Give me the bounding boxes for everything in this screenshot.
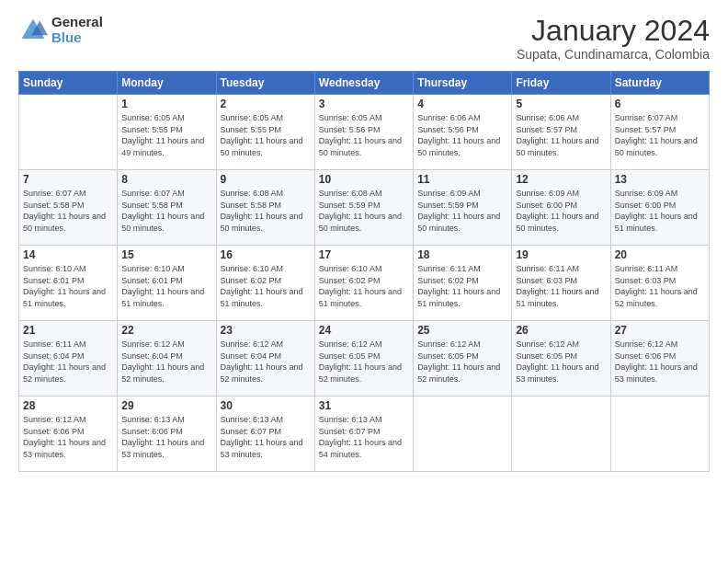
day-info: Sunrise: 6:07 AM Sunset: 5:58 PM Dayligh… (121, 188, 211, 234)
day-number: 10 (319, 173, 409, 186)
day-number: 9 (221, 173, 311, 186)
day-info: Sunrise: 6:08 AM Sunset: 5:59 PM Dayligh… (319, 188, 409, 234)
day-number: 6 (615, 98, 705, 110)
logo-blue-text: Blue (51, 30, 103, 46)
table-row: 6Sunrise: 6:07 AM Sunset: 5:57 PM Daylig… (610, 95, 709, 170)
table-row: 9Sunrise: 6:08 AM Sunset: 5:58 PM Daylig… (216, 170, 314, 246)
table-row: 5Sunrise: 6:06 AM Sunset: 5:57 PM Daylig… (512, 95, 610, 170)
table-row: 1Sunrise: 6:05 AM Sunset: 5:55 PM Daylig… (118, 95, 216, 170)
calendar-week-row: 7Sunrise: 6:07 AM Sunset: 5:58 PM Daylig… (19, 170, 710, 246)
day-number: 20 (615, 248, 705, 261)
day-info: Sunrise: 6:05 AM Sunset: 5:55 PM Dayligh… (221, 112, 311, 158)
table-row: 8Sunrise: 6:07 AM Sunset: 5:58 PM Daylig… (118, 170, 216, 246)
col-thursday: Thursday (414, 72, 512, 95)
day-info: Sunrise: 6:09 AM Sunset: 6:00 PM Dayligh… (615, 188, 705, 234)
day-number: 12 (516, 173, 606, 186)
table-row: 17Sunrise: 6:10 AM Sunset: 6:02 PM Dayli… (314, 246, 413, 321)
day-number: 13 (615, 173, 705, 186)
day-info: Sunrise: 6:11 AM Sunset: 6:02 PM Dayligh… (417, 263, 507, 309)
day-number: 23 (221, 324, 311, 337)
day-number: 1 (121, 98, 211, 110)
day-info: Sunrise: 6:10 AM Sunset: 6:02 PM Dayligh… (221, 263, 311, 309)
day-info: Sunrise: 6:13 AM Sunset: 6:07 PM Dayligh… (319, 414, 409, 460)
table-row: 25Sunrise: 6:12 AM Sunset: 6:05 PM Dayli… (414, 321, 512, 396)
logo: General Blue (18, 15, 103, 45)
day-number: 25 (417, 324, 507, 337)
day-number: 5 (516, 98, 606, 110)
day-number: 11 (417, 173, 507, 186)
day-info: Sunrise: 6:10 AM Sunset: 6:01 PM Dayligh… (23, 263, 113, 309)
col-tuesday: Tuesday (216, 72, 314, 95)
day-info: Sunrise: 6:11 AM Sunset: 6:04 PM Dayligh… (23, 339, 113, 385)
day-info: Sunrise: 6:12 AM Sunset: 6:05 PM Dayligh… (319, 339, 409, 385)
day-info: Sunrise: 6:05 AM Sunset: 5:56 PM Dayligh… (319, 112, 409, 158)
table-row: 3Sunrise: 6:05 AM Sunset: 5:56 PM Daylig… (314, 95, 413, 170)
day-info: Sunrise: 6:13 AM Sunset: 6:07 PM Dayligh… (221, 414, 311, 460)
table-row: 28Sunrise: 6:12 AM Sunset: 6:06 PM Dayli… (19, 396, 118, 472)
table-row: 11Sunrise: 6:09 AM Sunset: 5:59 PM Dayli… (414, 170, 512, 246)
logo-icon (18, 16, 48, 45)
table-row: 20Sunrise: 6:11 AM Sunset: 6:03 PM Dayli… (610, 246, 709, 321)
table-row (19, 95, 118, 170)
table-row: 24Sunrise: 6:12 AM Sunset: 6:05 PM Dayli… (314, 321, 413, 396)
day-info: Sunrise: 6:12 AM Sunset: 6:04 PM Dayligh… (121, 339, 211, 385)
table-row: 14Sunrise: 6:10 AM Sunset: 6:01 PM Dayli… (19, 246, 118, 321)
day-info: Sunrise: 6:09 AM Sunset: 6:00 PM Dayligh… (516, 188, 606, 234)
calendar-week-row: 21Sunrise: 6:11 AM Sunset: 6:04 PM Dayli… (19, 321, 710, 396)
table-row: 4Sunrise: 6:06 AM Sunset: 5:56 PM Daylig… (414, 95, 512, 170)
table-row: 23Sunrise: 6:12 AM Sunset: 6:04 PM Dayli… (216, 321, 314, 396)
day-number: 15 (121, 248, 211, 261)
calendar-week-row: 1Sunrise: 6:05 AM Sunset: 5:55 PM Daylig… (19, 95, 710, 170)
day-number: 19 (516, 248, 606, 261)
day-info: Sunrise: 6:08 AM Sunset: 5:58 PM Dayligh… (221, 188, 311, 234)
table-row: 30Sunrise: 6:13 AM Sunset: 6:07 PM Dayli… (216, 396, 314, 472)
col-friday: Friday (512, 72, 610, 95)
logo-text: General Blue (51, 15, 103, 45)
subtitle: Supata, Cundinamarca, Colombia (517, 47, 710, 62)
col-monday: Monday (118, 72, 216, 95)
day-info: Sunrise: 6:10 AM Sunset: 6:02 PM Dayligh… (319, 263, 409, 309)
table-row: 29Sunrise: 6:13 AM Sunset: 6:06 PM Dayli… (118, 396, 216, 472)
day-info: Sunrise: 6:13 AM Sunset: 6:06 PM Dayligh… (121, 414, 211, 460)
calendar-week-row: 28Sunrise: 6:12 AM Sunset: 6:06 PM Dayli… (19, 396, 710, 472)
col-saturday: Saturday (610, 72, 709, 95)
table-row: 10Sunrise: 6:08 AM Sunset: 5:59 PM Dayli… (314, 170, 413, 246)
day-info: Sunrise: 6:10 AM Sunset: 6:01 PM Dayligh… (121, 263, 211, 309)
table-row: 18Sunrise: 6:11 AM Sunset: 6:02 PM Dayli… (414, 246, 512, 321)
col-wednesday: Wednesday (314, 72, 413, 95)
table-row: 16Sunrise: 6:10 AM Sunset: 6:02 PM Dayli… (216, 246, 314, 321)
table-row: 13Sunrise: 6:09 AM Sunset: 6:00 PM Dayli… (610, 170, 709, 246)
day-number: 27 (615, 324, 705, 337)
day-number: 26 (516, 324, 606, 337)
logo-general-text: General (51, 15, 103, 30)
table-row: 19Sunrise: 6:11 AM Sunset: 6:03 PM Dayli… (512, 246, 610, 321)
day-info: Sunrise: 6:12 AM Sunset: 6:05 PM Dayligh… (417, 339, 507, 385)
table-row: 12Sunrise: 6:09 AM Sunset: 6:00 PM Dayli… (512, 170, 610, 246)
day-info: Sunrise: 6:12 AM Sunset: 6:06 PM Dayligh… (23, 414, 113, 460)
day-info: Sunrise: 6:11 AM Sunset: 6:03 PM Dayligh… (615, 263, 705, 309)
title-block: January 2024 Supata, Cundinamarca, Colom… (517, 15, 710, 62)
header-row: Sunday Monday Tuesday Wednesday Thursday… (19, 72, 710, 95)
day-info: Sunrise: 6:05 AM Sunset: 5:55 PM Dayligh… (121, 112, 211, 158)
day-number: 4 (417, 98, 507, 110)
table-row: 15Sunrise: 6:10 AM Sunset: 6:01 PM Dayli… (118, 246, 216, 321)
day-info: Sunrise: 6:07 AM Sunset: 5:57 PM Dayligh… (615, 112, 705, 158)
table-row (610, 396, 709, 472)
table-row (512, 396, 610, 472)
day-info: Sunrise: 6:12 AM Sunset: 6:05 PM Dayligh… (516, 339, 606, 385)
day-number: 22 (121, 324, 211, 337)
day-number: 8 (121, 173, 211, 186)
col-sunday: Sunday (19, 72, 118, 95)
day-number: 30 (221, 399, 311, 412)
calendar-page: General Blue January 2024 Supata, Cundin… (0, 0, 728, 563)
calendar-table: Sunday Monday Tuesday Wednesday Thursday… (18, 71, 710, 472)
day-number: 3 (319, 98, 409, 110)
day-number: 14 (23, 248, 113, 261)
day-info: Sunrise: 6:12 AM Sunset: 6:04 PM Dayligh… (221, 339, 311, 385)
table-row: 21Sunrise: 6:11 AM Sunset: 6:04 PM Dayli… (19, 321, 118, 396)
table-row (414, 396, 512, 472)
table-row: 22Sunrise: 6:12 AM Sunset: 6:04 PM Dayli… (118, 321, 216, 396)
table-row: 2Sunrise: 6:05 AM Sunset: 5:55 PM Daylig… (216, 95, 314, 170)
day-number: 28 (23, 399, 113, 412)
day-number: 29 (121, 399, 211, 412)
